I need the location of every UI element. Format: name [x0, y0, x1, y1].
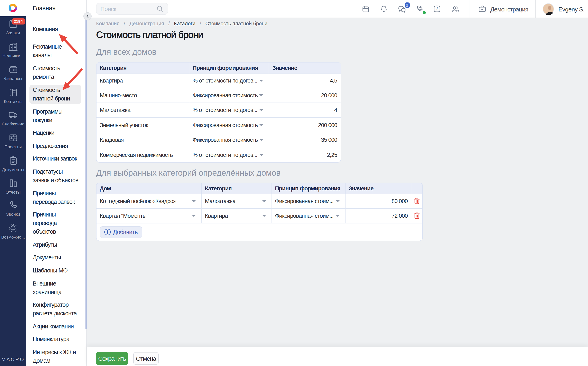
svg-text:i: i: [437, 6, 438, 11]
